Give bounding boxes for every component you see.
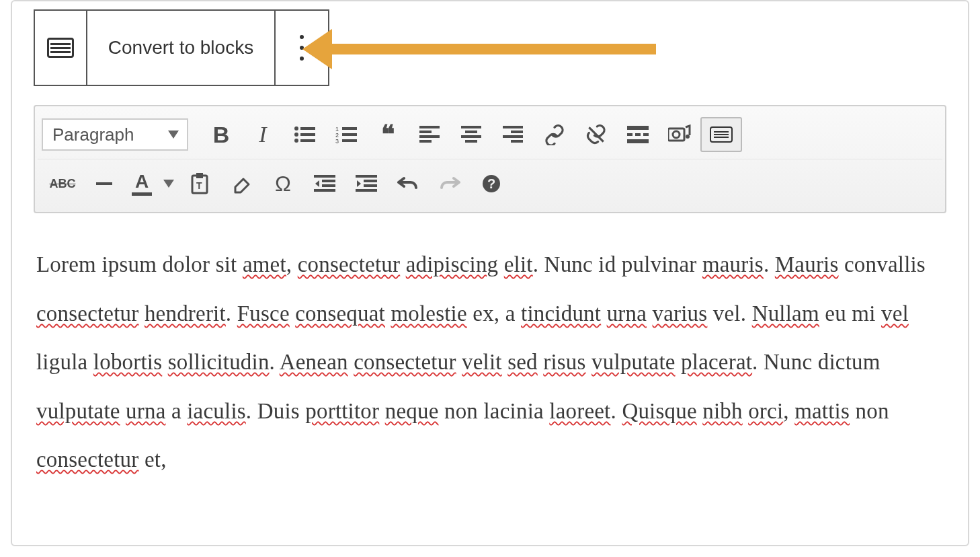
outdent-icon [314, 175, 335, 192]
unlink-icon [585, 124, 607, 145]
svg-rect-39 [314, 189, 335, 192]
svg-rect-34 [196, 173, 203, 178]
special-character-button[interactable]: Ω [262, 166, 304, 201]
strikethrough-button[interactable]: ABC [42, 166, 83, 201]
align-right-button[interactable] [492, 117, 534, 152]
svg-rect-7 [342, 127, 357, 130]
chevron-down-icon [168, 131, 179, 139]
align-left-icon [419, 126, 440, 143]
paragraph-format-select[interactable]: Paragraph [42, 118, 188, 151]
classic-editor-block: Convert to blocks Paragraph B I 123 [11, 0, 969, 546]
indent-button[interactable] [345, 166, 387, 201]
svg-rect-29 [627, 139, 649, 143]
tinymce-toolbar-row-1: Paragraph B I 123 ❝ [38, 110, 942, 159]
svg-point-4 [294, 139, 298, 143]
eraser-icon [231, 174, 251, 194]
svg-rect-43 [356, 189, 377, 192]
paste-as-text-button[interactable]: T [179, 166, 220, 201]
convert-to-blocks-button[interactable]: Convert to blocks [87, 11, 276, 85]
remove-link-button[interactable] [575, 117, 617, 152]
link-icon [544, 124, 565, 145]
svg-rect-25 [627, 126, 649, 130]
svg-text:3: 3 [335, 138, 339, 143]
keyboard-icon [47, 38, 74, 58]
horizontal-rule-button[interactable] [83, 166, 125, 201]
camera-music-icon [668, 124, 691, 145]
svg-point-0 [294, 126, 298, 131]
clear-formatting-button[interactable] [220, 166, 262, 201]
svg-rect-5 [300, 139, 315, 142]
toolbar-toggle-button[interactable] [700, 117, 742, 152]
redo-icon [439, 174, 460, 193]
format-select-value: Paragraph [52, 124, 134, 145]
indent-icon [356, 175, 377, 192]
svg-text:?: ? [487, 176, 495, 191]
align-right-icon [503, 126, 523, 143]
svg-rect-42 [364, 184, 377, 187]
tinymce-toolbar-row-2: ABC A T Ω [38, 159, 942, 208]
text-color-icon: A [132, 172, 152, 196]
svg-rect-3 [300, 133, 315, 136]
align-center-icon [461, 126, 481, 143]
bullet-list-icon [294, 126, 315, 143]
svg-rect-14 [419, 135, 440, 138]
align-center-button[interactable] [450, 117, 492, 152]
svg-rect-26 [627, 133, 632, 136]
outdent-button[interactable] [304, 166, 345, 201]
svg-rect-9 [342, 133, 357, 136]
svg-rect-36 [314, 175, 335, 178]
svg-rect-16 [461, 126, 481, 128]
add-media-button[interactable] [659, 117, 700, 152]
svg-rect-18 [461, 135, 481, 138]
svg-rect-15 [419, 140, 432, 143]
keyboard-icon [710, 126, 733, 143]
insert-link-button[interactable] [534, 117, 575, 152]
svg-rect-20 [503, 126, 523, 128]
svg-point-31 [673, 131, 680, 138]
numbered-list-button[interactable]: 123 [325, 117, 367, 152]
svg-rect-23 [511, 140, 523, 143]
svg-rect-17 [465, 131, 477, 133]
horizontal-rule-icon [96, 182, 112, 185]
read-more-button[interactable] [617, 117, 659, 152]
chevron-down-icon [163, 180, 174, 188]
keyboard-shortcuts-button[interactable]: ? [471, 166, 512, 201]
svg-rect-27 [635, 133, 641, 136]
svg-rect-11 [342, 139, 357, 142]
svg-rect-40 [356, 175, 377, 178]
svg-rect-28 [643, 133, 649, 136]
svg-rect-37 [322, 180, 335, 182]
svg-point-32 [686, 135, 690, 139]
editor-content-area[interactable]: Lorem ipsum dolor sit amet, consectetur … [12, 213, 968, 484]
text-color-dropdown[interactable] [159, 166, 179, 201]
bullet-list-button[interactable] [284, 117, 325, 152]
align-left-button[interactable] [409, 117, 450, 152]
svg-rect-1 [300, 127, 315, 130]
help-icon: ? [481, 174, 501, 194]
svg-text:T: T [196, 180, 202, 191]
bold-button[interactable]: B [200, 117, 242, 152]
svg-point-2 [294, 133, 298, 137]
numbered-list-icon: 123 [335, 126, 357, 143]
svg-rect-12 [419, 126, 440, 128]
block-toolbar: Convert to blocks [34, 9, 329, 86]
undo-icon [397, 174, 419, 193]
content-paragraph[interactable]: Lorem ipsum dolor sit amet, consectetur … [36, 240, 944, 484]
svg-rect-38 [322, 184, 335, 187]
read-more-icon [627, 126, 649, 143]
clipboard-text-icon: T [190, 173, 210, 194]
svg-rect-41 [364, 180, 377, 182]
classic-block-icon-button[interactable] [35, 11, 87, 85]
text-color-button[interactable]: A [125, 166, 159, 201]
annotation-arrow [327, 44, 656, 57]
svg-rect-13 [419, 131, 432, 133]
tinymce-toolbar: Paragraph B I 123 ❝ [34, 105, 946, 213]
svg-rect-21 [511, 131, 523, 133]
undo-button[interactable] [387, 166, 429, 201]
svg-rect-19 [465, 140, 477, 143]
redo-button[interactable] [429, 166, 471, 201]
italic-button[interactable]: I [242, 117, 284, 152]
blockquote-button[interactable]: ❝ [367, 117, 409, 152]
convert-to-blocks-label: Convert to blocks [108, 37, 253, 59]
svg-rect-22 [503, 135, 523, 138]
